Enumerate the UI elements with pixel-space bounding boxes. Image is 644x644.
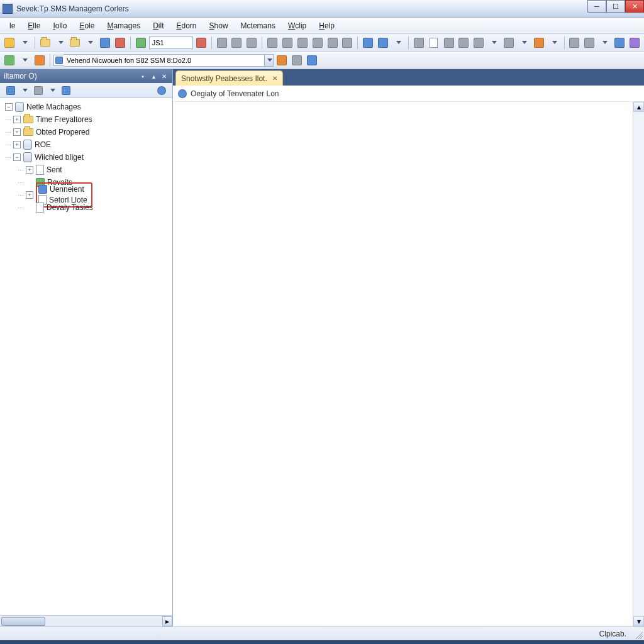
edit-icon[interactable]	[412, 36, 426, 50]
users-icon[interactable]	[613, 36, 626, 50]
clear-search-icon[interactable]	[194, 36, 208, 50]
box-icon[interactable]	[296, 36, 309, 50]
maximize-button[interactable]: ☐	[606, 0, 625, 13]
sidebar-close-icon[interactable]: ✕	[160, 72, 169, 80]
menu-le[interactable]: le	[4, 19, 21, 33]
menu-dilt[interactable]: Dilt	[147, 19, 169, 33]
sidebar-refresh-icon[interactable]	[4, 84, 18, 97]
menu-elle[interactable]: Elle	[22, 19, 46, 33]
expand-icon[interactable]: +	[13, 116, 21, 123]
address-input[interactable]	[64, 54, 265, 67]
chart-icon[interactable]	[245, 36, 258, 50]
status-text: Clpicab.	[599, 630, 626, 638]
window-icon[interactable]	[311, 36, 325, 50]
help-icon[interactable]	[628, 36, 641, 50]
sidebar-pin-icon[interactable]: ▴	[149, 72, 158, 80]
tool-icon-2[interactable]	[582, 36, 596, 50]
menu-eole[interactable]: Eole	[74, 19, 100, 33]
tree-item-netle-machages[interactable]: − Netle Machages	[0, 101, 172, 113]
tree-item-devaly-tasies[interactable]: ⋯ Devaly Tasies	[0, 201, 172, 214]
menu-mctemans[interactable]: Mctemans	[235, 19, 281, 33]
table-icon[interactable]	[230, 36, 243, 50]
collapse-icon[interactable]: −	[13, 153, 21, 161]
toolbar-dropdown-3[interactable]	[83, 36, 97, 50]
form-icon[interactable]	[472, 36, 486, 50]
address-icon	[53, 55, 65, 66]
menu-help[interactable]: Help	[313, 19, 340, 33]
mail-icon[interactable]	[502, 36, 516, 50]
tree-label: ROE	[35, 140, 51, 149]
tree-item-wiichied-bliget[interactable]: ⋯ − Wiichied bIiget	[0, 151, 172, 164]
addr-tool-1[interactable]	[275, 53, 289, 67]
tree-item-obted-propered[interactable]: ⋯ + Obted Propered	[0, 126, 172, 138]
tree-item-uenneient[interactable]: Uenneient	[38, 185, 84, 194]
expand-icon[interactable]: +	[13, 128, 21, 136]
sidebar-menu-icon[interactable]: ▪	[138, 72, 147, 80]
vertical-scrollbar[interactable]: ▴ ▾	[633, 102, 644, 626]
page-icon[interactable]	[427, 36, 441, 50]
back-dropdown[interactable]	[18, 53, 31, 67]
minimize-button[interactable]: ─	[587, 0, 606, 13]
toolbar-dropdown-6[interactable]	[517, 36, 531, 50]
back-icon[interactable]	[3, 53, 16, 67]
scroll-right-icon[interactable]: ▸	[162, 616, 172, 626]
expand-icon[interactable]: +	[26, 191, 33, 199]
toolbar-dropdown-7[interactable]	[547, 36, 561, 50]
tool-icon-1[interactable]	[568, 36, 582, 50]
window-chrome-bottom	[0, 640, 644, 644]
world-icon[interactable]	[361, 36, 375, 50]
separator	[262, 36, 262, 49]
toolbar-dropdown-5[interactable]	[487, 36, 501, 50]
menu-iollo[interactable]: Iollo	[47, 19, 72, 33]
tree-item-sent[interactable]: ⋯ + Sent	[0, 164, 172, 176]
menu-mamages[interactable]: Mamages	[101, 19, 146, 33]
sidebar-screen-icon[interactable]	[59, 84, 73, 97]
list-icon[interactable]	[457, 36, 470, 50]
gear-icon[interactable]	[532, 36, 546, 50]
scroll-down-icon[interactable]: ▾	[633, 616, 644, 626]
refresh-icon[interactable]	[98, 36, 112, 50]
sidebar-filter-icon[interactable]	[31, 84, 45, 97]
new-icon[interactable]	[3, 36, 16, 50]
address-dropdown[interactable]	[265, 54, 274, 67]
addr-tool-3[interactable]	[305, 53, 319, 67]
scroll-up-icon[interactable]: ▴	[633, 102, 644, 112]
grid-icon[interactable]	[215, 36, 229, 50]
menu-wclip[interactable]: Wclip	[282, 19, 312, 33]
folder-icon[interactable]	[68, 36, 82, 50]
tree-item-roe[interactable]: ⋯ + ROE	[0, 138, 172, 151]
toolbar-dropdown-1[interactable]	[18, 36, 31, 50]
info-icon[interactable]	[376, 36, 390, 50]
tree-item-time-freyaltores[interactable]: ⋯ + Time Freyaltores	[0, 113, 172, 126]
export-icon[interactable]	[442, 36, 456, 50]
toolbar-dropdown-4[interactable]	[391, 36, 405, 50]
tree-view[interactable]: − Netle Machages ⋯ + Time Freyaltores ⋯ …	[0, 98, 172, 615]
comment-icon[interactable]	[134, 36, 148, 50]
close-button[interactable]: ✕	[625, 0, 644, 13]
home-icon[interactable]	[33, 53, 47, 67]
expand-icon[interactable]: +	[26, 166, 33, 174]
collapse-icon[interactable]: −	[5, 103, 13, 111]
tab-close-icon[interactable]: ✕	[272, 75, 277, 82]
resize-grip-icon[interactable]	[634, 630, 643, 639]
search-input[interactable]	[149, 36, 193, 49]
align-icon[interactable]	[280, 36, 294, 50]
toolbar-dropdown-8[interactable]	[597, 36, 611, 50]
print-icon[interactable]	[265, 36, 279, 50]
menu-label: Mctemans	[241, 21, 275, 30]
globe-icon[interactable]	[113, 36, 127, 50]
chevron-down-icon[interactable]	[50, 89, 55, 92]
addr-tool-2[interactable]	[290, 53, 304, 67]
tiles-icon[interactable]	[340, 36, 354, 50]
sidebar-horizontal-scrollbar[interactable]: ▸	[0, 615, 172, 626]
expand-icon[interactable]: +	[13, 141, 21, 148]
open-folder-icon[interactable]	[38, 36, 52, 50]
scrollbar-thumb[interactable]	[1, 617, 45, 626]
tab-snotwstly-peabesses[interactable]: Snotwstly Peabesses Ilot. ✕	[175, 70, 283, 86]
menu-show[interactable]: Show	[204, 19, 234, 33]
sidebar-help-icon[interactable]	[155, 84, 169, 97]
chevron-down-icon[interactable]	[23, 89, 28, 92]
toolbar-dropdown-2[interactable]	[53, 36, 67, 50]
layout-icon[interactable]	[326, 36, 340, 50]
menu-edorn[interactable]: Edorn	[170, 19, 202, 33]
